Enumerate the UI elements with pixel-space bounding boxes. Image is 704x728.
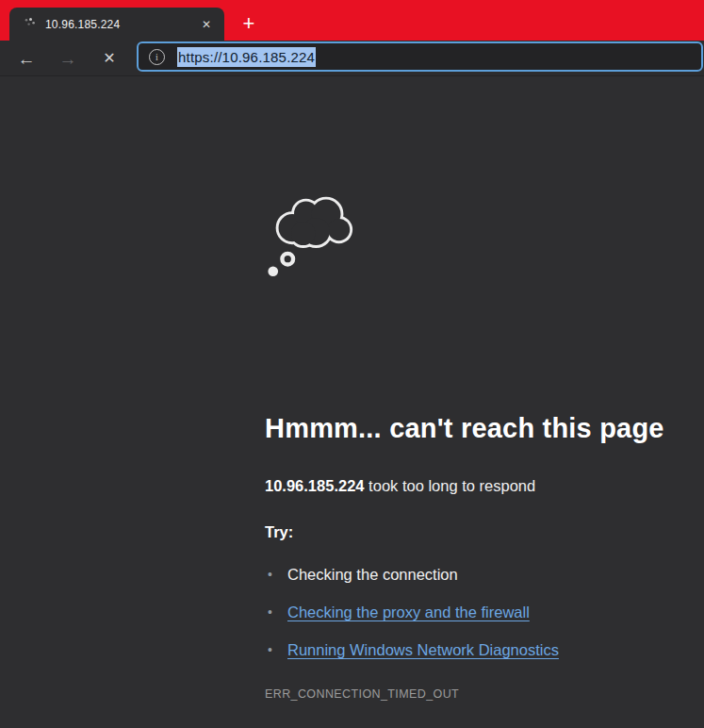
- suggestion-item: Checking the proxy and the firewall: [265, 603, 559, 621]
- site-info-icon[interactable]: i: [149, 49, 165, 65]
- suggestion-list: Checking the connection Checking the pro…: [265, 565, 559, 678]
- stop-button[interactable]: ✕: [92, 43, 126, 74]
- error-code: ERR_CONNECTION_TIMED_OUT: [265, 687, 459, 701]
- url-input[interactable]: https://10.96.185.224: [177, 49, 316, 65]
- suggestion-item: Checking the connection: [265, 565, 559, 584]
- back-button[interactable]: ←: [9, 43, 43, 74]
- thought-bubble-filled-dot: [268, 266, 278, 276]
- tab-close-icon[interactable]: ✕: [196, 14, 217, 35]
- thought-bubble-outline-dot: [282, 254, 293, 265]
- error-page: Hmmm... can't reach this page 10.96.185.…: [0, 76, 704, 728]
- address-bar[interactable]: i https://10.96.185.224: [137, 41, 703, 72]
- tab-title: 10.96.185.224: [45, 18, 196, 31]
- navigation-bar: ← → ✕ i https://10.96.185.224: [0, 41, 704, 76]
- error-title: Hmmm... can't reach this page: [265, 413, 698, 444]
- suggestion-text: Checking the connection: [287, 566, 458, 583]
- nav-buttons: ← → ✕: [9, 41, 134, 76]
- forward-button-disabled: →: [51, 43, 85, 74]
- error-subtitle: 10.96.185.224 took too long to respond: [265, 477, 535, 495]
- browser-tab[interactable]: 10.96.185.224 ✕: [9, 8, 224, 41]
- error-subtitle-rest: took too long to respond: [365, 477, 536, 494]
- url-selected-text: https://10.96.185.224: [177, 47, 316, 67]
- new-tab-button[interactable]: +: [236, 10, 262, 37]
- network-diagnostics-link[interactable]: Running Windows Network Diagnostics: [287, 641, 559, 658]
- try-label: Try:: [265, 523, 293, 541]
- thought-cloud-icon: [265, 186, 356, 280]
- tab-bar: 10.96.185.224 ✕ +: [0, 0, 704, 41]
- error-host: 10.96.185.224: [265, 477, 365, 494]
- tab-loading-spinner-icon: [22, 17, 37, 32]
- proxy-firewall-link[interactable]: Checking the proxy and the firewall: [287, 604, 530, 620]
- suggestion-item: Running Windows Network Diagnostics: [265, 640, 559, 659]
